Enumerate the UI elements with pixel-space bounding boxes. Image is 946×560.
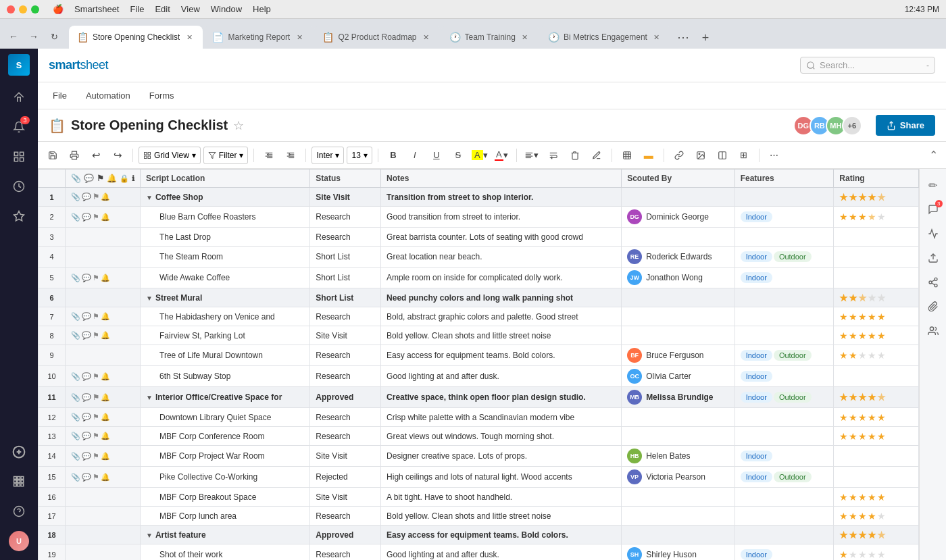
status-cell[interactable]: Research: [310, 544, 381, 561]
script-location-cell[interactable]: MBF Corp lunch area: [141, 507, 310, 526]
attach-icon[interactable]: 📎: [71, 193, 80, 201]
sidebar-item-notifications[interactable]: 3: [5, 113, 32, 141]
col-header-rating[interactable]: Rating: [834, 170, 919, 188]
scouted-by-cell[interactable]: [622, 228, 735, 247]
script-location-cell[interactable]: The Last Drop: [141, 228, 310, 247]
comment-icon[interactable]: 💬: [82, 193, 91, 201]
indent-increase-button[interactable]: [281, 146, 300, 165]
notif-icon[interactable]: 🔔: [101, 193, 110, 201]
comment-icon[interactable]: 💬: [82, 413, 91, 422]
rating-cell[interactable]: ★★★★★: [834, 188, 919, 207]
notif-icon[interactable]: 🔔: [101, 413, 110, 422]
script-location-cell[interactable]: 6th St Subway Stop: [141, 366, 310, 387]
script-location-cell[interactable]: The Habidashery on Venice and: [141, 307, 310, 326]
table-row[interactable]: 15 📎 💬 ⚑ 🔔 Pike Collective Co-WorkingRej…: [39, 467, 919, 488]
bold-button[interactable]: B: [384, 146, 403, 165]
notes-cell[interactable]: Crisp white palette with a Scandinavian …: [381, 408, 622, 427]
print-button[interactable]: [65, 146, 84, 165]
scouted-by-cell[interactable]: [622, 288, 735, 307]
scouted-by-cell[interactable]: MB Melissa Brundige: [622, 387, 735, 408]
table-row[interactable]: 17MBF Corp lunch areaResearchBold yellow…: [39, 507, 919, 526]
rating-cell[interactable]: [834, 268, 919, 288]
features-cell[interactable]: [735, 507, 834, 526]
notes-cell[interactable]: Creative space, think open floor plan de…: [381, 387, 622, 408]
scouted-by-cell[interactable]: [622, 507, 735, 526]
maximize-button[interactable]: [31, 5, 39, 14]
flag-icon[interactable]: ⚑: [93, 452, 99, 461]
flag-icon[interactable]: ⚑: [93, 393, 99, 402]
flag-icon[interactable]: ⚑: [93, 372, 99, 381]
tab-close-q2[interactable]: ✕: [421, 32, 432, 43]
scouted-by-cell[interactable]: [622, 408, 735, 427]
menu-apple[interactable]: 🍎: [53, 4, 64, 14]
status-cell[interactable]: Research: [310, 345, 381, 366]
notes-cell[interactable]: High ceilings and lots of natural light.…: [381, 467, 622, 488]
rating-cell[interactable]: ★★★★★: [834, 387, 919, 408]
features-cell[interactable]: IndoorOutdoor: [735, 247, 834, 268]
toolbar-collapse-button[interactable]: ⌃: [926, 146, 941, 164]
comment-icon[interactable]: 💬: [82, 312, 91, 321]
col-header-status[interactable]: Status: [310, 170, 381, 188]
notes-cell[interactable]: Good lighting at and after dusk.: [381, 366, 622, 387]
features-cell[interactable]: Indoor: [735, 446, 834, 467]
features-cell[interactable]: [735, 326, 834, 345]
traffic-lights[interactable]: [7, 5, 39, 14]
col-header-scouted[interactable]: Scouted By: [622, 170, 735, 188]
status-cell[interactable]: Approved: [310, 526, 381, 544]
sidebar-item-activity[interactable]: [5, 173, 32, 200]
flag-icon[interactable]: ⚑: [93, 193, 99, 201]
sheet-table-wrapper[interactable]: 📎 💬 ⚑ 🔔 🔒 ℹ Script Location Status: [38, 169, 919, 560]
status-cell[interactable]: Research: [310, 366, 381, 387]
save-button[interactable]: [43, 146, 62, 165]
notes-cell[interactable]: Bold, abstract graphic colors and palett…: [381, 307, 622, 326]
scouted-by-cell[interactable]: VP Victoria Pearson: [622, 467, 735, 488]
features-cell[interactable]: [735, 188, 834, 207]
forward-button[interactable]: →: [26, 28, 42, 45]
menu-automation[interactable]: Automation: [82, 88, 134, 103]
col-header-notes[interactable]: Notes: [381, 170, 622, 188]
rating-cell[interactable]: ★★★★★: [834, 544, 919, 561]
scouted-by-cell[interactable]: SH Shirley Huson: [622, 544, 735, 561]
features-cell[interactable]: Indoor: [735, 268, 834, 288]
rating-cell[interactable]: [834, 247, 919, 268]
highlight-color-button[interactable]: A ▾: [470, 146, 489, 165]
status-cell[interactable]: Site Visit: [310, 488, 381, 507]
tab-bi[interactable]: 🕐 Bi Metrics Engagement ✕: [540, 26, 670, 49]
table-row[interactable]: 8 📎 💬 ⚑ 🔔 Fairview St, Parking LotSite V…: [39, 326, 919, 345]
flag-icon[interactable]: ⚑: [93, 274, 99, 282]
script-location-cell[interactable]: Downtown Library Quiet Space: [141, 408, 310, 427]
features-cell[interactable]: IndoorOutdoor: [735, 345, 834, 366]
comment-icon[interactable]: 💬: [82, 432, 91, 440]
features-cell[interactable]: IndoorOutdoor: [735, 387, 834, 408]
status-cell[interactable]: Short List: [310, 288, 381, 307]
status-cell[interactable]: Research: [310, 228, 381, 247]
attach-icon[interactable]: 📎: [71, 413, 80, 422]
table-row[interactable]: 11 📎 💬 ⚑ 🔔 ▼Interior Office/Creative Spa…: [39, 387, 919, 408]
scouted-by-cell[interactable]: JW Jonathon Wong: [622, 268, 735, 288]
status-cell[interactable]: Site Visit: [310, 446, 381, 467]
status-cell[interactable]: Rejected: [310, 467, 381, 488]
panel-icon-edit[interactable]: ✏: [922, 174, 944, 196]
features-cell[interactable]: [735, 228, 834, 247]
script-location-cell[interactable]: Wide Awake Coffee: [141, 268, 310, 288]
comment-icon[interactable]: 💬: [82, 213, 91, 222]
status-cell[interactable]: Research: [310, 307, 381, 326]
features-cell[interactable]: [735, 307, 834, 326]
menu-forms[interactable]: Forms: [145, 88, 178, 103]
sidebar-item-apps[interactable]: [5, 468, 32, 495]
notes-cell[interactable]: Easy access for equipment teams. Bold co…: [381, 345, 622, 366]
rating-cell[interactable]: [834, 366, 919, 387]
tabs-more-button[interactable]: ⋯: [672, 30, 695, 49]
rating-cell[interactable]: [834, 467, 919, 488]
header-search[interactable]: Search... -: [800, 57, 935, 74]
rating-cell[interactable]: ★★★★★: [834, 307, 919, 326]
scouted-by-cell[interactable]: [622, 526, 735, 544]
col-header-features[interactable]: Features: [735, 170, 834, 188]
flag-icon[interactable]: ⚑: [93, 331, 99, 340]
table-row[interactable]: 7 📎 💬 ⚑ 🔔 The Habidashery on Venice andR…: [39, 307, 919, 326]
rating-cell[interactable]: [834, 228, 919, 247]
status-cell[interactable]: Research: [310, 207, 381, 228]
script-location-cell[interactable]: ▼Interior Office/Creative Space for: [141, 387, 310, 408]
notes-cell[interactable]: Ample room on inside for complicated dol…: [381, 268, 622, 288]
tab-q2[interactable]: 📋 Q2 Product Roadmap ✕: [314, 26, 439, 49]
